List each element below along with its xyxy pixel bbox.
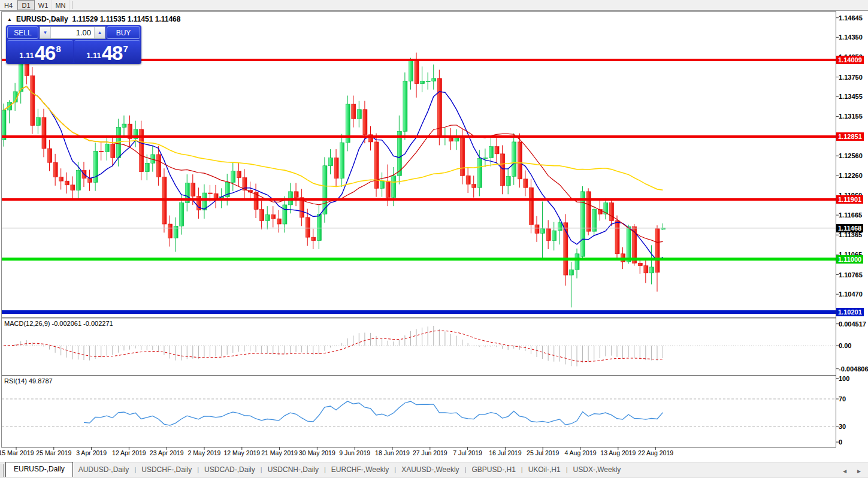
buy-button[interactable]: BUY — [107, 26, 140, 39]
rsi-axis-label: 30 — [839, 423, 846, 430]
price-level-badge: 1.11901 — [836, 195, 863, 204]
price-level-badge: 1.10201 — [836, 308, 864, 316]
time-axis-label: 12 Apr 2019 — [112, 449, 146, 456]
price-axis-label: 1.14645 — [839, 14, 863, 22]
price-axis-label: 1.10470 — [839, 291, 863, 298]
time-axis-label: 22 Aug 2019 — [638, 449, 673, 456]
time-axis-label: 7 Jul 2019 — [453, 449, 482, 456]
chart-title-row: ▲ EURUSD-,Daily 1.11529 1.11535 1.11451 … — [7, 15, 180, 23]
sell-price-prefix: 1.11 — [19, 51, 34, 60]
price-level-badge: 1.14009 — [836, 56, 864, 64]
time-axis-label: 13 Aug 2019 — [600, 449, 636, 456]
price-level-badge: 1.12851 — [836, 132, 864, 141]
chart-canvas — [0, 0, 868, 478]
price-axis-label: 1.13155 — [839, 113, 863, 120]
price-axis-label: 1.14350 — [839, 34, 863, 41]
tabs-scroll-left-icon[interactable]: ◄ — [842, 468, 848, 474]
time-axis-label: 16 Jul 2019 — [489, 449, 521, 456]
chart-tab-usdcnh-daily[interactable]: USDCNH-,Daily — [262, 463, 324, 477]
macd-indicator-label: MACD(12,26,9) -0.002061 -0.002271 — [4, 320, 113, 327]
price-axis-label: 1.13455 — [839, 93, 863, 100]
buy-price-big: 48 — [102, 44, 123, 62]
macd-axis-label: -0.004806 — [839, 365, 868, 373]
one-click-trading-collapse-icon[interactable]: ▲ — [7, 17, 12, 22]
sell-price-big: 46 — [35, 44, 56, 62]
volume-input[interactable]: 1.00 — [51, 27, 94, 38]
macd-axis-label: 0.00 — [839, 342, 851, 349]
volume-increase-icon[interactable]: ▲ — [94, 27, 105, 38]
timeframe-button-h4[interactable]: H4 — [0, 0, 17, 10]
time-axis-label: 18 Jun 2019 — [375, 449, 410, 456]
time-axis-label: 27 Jun 2019 — [413, 449, 447, 456]
time-axis-label: 3 Apr 2019 — [76, 449, 107, 456]
buy-price-prefix: 1.11 — [86, 51, 101, 60]
timeframe-button-d1[interactable]: D1 — [17, 0, 35, 10]
chart-tab-usdchf-daily[interactable]: USDCHF-,Daily — [136, 463, 197, 477]
chart-tab-usdcad-daily[interactable]: USDCAD-,Daily — [199, 463, 261, 477]
chart-tab-bar: EURUSD-,DailyAUDUSD-,Daily|USDCHF-,Daily… — [0, 462, 868, 477]
time-axis-label: 25 Mar 2019 — [36, 449, 71, 456]
buy-price-pip: 7 — [123, 44, 128, 54]
chart-tab-ukoil-h1[interactable]: UKOil-,H1 — [523, 463, 566, 477]
timeframe-button-mn[interactable]: MN — [52, 0, 69, 10]
macd-axis-label: 0.004517 — [839, 320, 866, 328]
price-axis-label: 1.12260 — [839, 172, 863, 179]
tab-bar-notch — [0, 464, 4, 477]
chart-tab-audusd-daily[interactable]: AUDUSD-,Daily — [73, 463, 135, 477]
sell-button[interactable]: SELL — [7, 26, 38, 39]
price-axis-label: 1.13750 — [839, 74, 863, 81]
time-axis-label: 21 May 2019 — [261, 449, 298, 456]
rsi-axis-label: 100 — [839, 375, 849, 382]
one-click-trading-panel: SELL ▼ 1.00 ▲ BUY 1.11 46 8 1.11 48 7 — [6, 25, 141, 64]
chart-tab-eurusd-daily[interactable]: EURUSD-,Daily — [5, 462, 73, 477]
volume-decrease-icon[interactable]: ▼ — [40, 27, 51, 38]
chart-title: EURUSD-,Daily — [16, 15, 68, 23]
chart-tab-eurchf-weekly[interactable]: EURCHF-,Weekly — [326, 463, 394, 477]
timeframe-button-w1[interactable]: W1 — [35, 0, 52, 10]
toolbar-separator — [72, 1, 72, 9]
time-axis-label: 12 May 2019 — [223, 449, 260, 456]
rsi-axis-label: 70 — [839, 395, 846, 403]
time-axis-label: 2 May 2019 — [188, 449, 221, 456]
timeframe-toolbar: H4D1W1MN — [0, 0, 868, 11]
time-axis-label: 25 Jul 2019 — [527, 449, 559, 456]
rsi-axis-label: 0 — [839, 438, 842, 446]
chart-tab-gbpusd-h1[interactable]: GBPUSD-,H1 — [466, 463, 521, 477]
buy-price-tile[interactable]: 1.11 48 7 — [74, 40, 140, 63]
price-axis-label: 1.10765 — [839, 271, 863, 279]
tabs-scroll-right-icon[interactable]: ► — [856, 468, 862, 474]
time-axis-label: 4 Aug 2019 — [564, 449, 596, 456]
time-axis-label: 23 Apr 2019 — [150, 449, 184, 456]
price-axis-label: 1.11665 — [839, 211, 862, 219]
chart-tab-xauusd-weekly[interactable]: XAUUSD-,Weekly — [396, 463, 464, 477]
price-axis-label: 1.11365 — [839, 231, 862, 238]
price-level-badge: 1.11468 — [836, 224, 863, 232]
volume-stepper: ▼ 1.00 ▲ — [40, 26, 105, 39]
time-axis-label: 15 Mar 2019 — [0, 449, 34, 456]
trading-terminal-window: H4D1W1MN ▲ EURUSD-,Daily 1.11529 1.11535… — [0, 0, 868, 478]
chart-tab-usdx-weekly[interactable]: USDX-,Weekly — [568, 463, 627, 477]
sell-price-tile[interactable]: 1.11 46 8 — [7, 40, 73, 63]
price-level-badge: 1.11000 — [836, 255, 863, 264]
time-axis-label: 30 May 2019 — [299, 449, 335, 456]
rsi-indicator-label: RSI(14) 49.8787 — [4, 377, 53, 385]
price-axis-label: 1.12560 — [839, 152, 863, 159]
chart-ohlc-values: 1.11529 1.11535 1.11451 1.11468 — [72, 15, 181, 23]
time-axis-label: 9 Jun 2019 — [339, 449, 370, 456]
sell-price-pip: 8 — [56, 44, 61, 54]
